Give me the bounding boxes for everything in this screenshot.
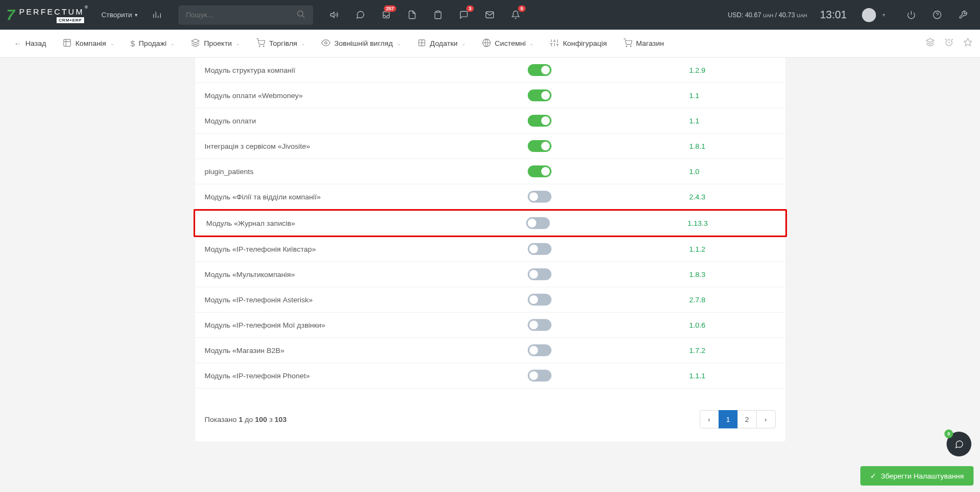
module-name: Модуль «IP-телефонія Мої дзвінки» [205, 321, 528, 329]
module-toggle[interactable] [528, 89, 551, 101]
currency-display: USD: 40.67 UAH / 40.73 UAH [728, 11, 807, 19]
module-toggle[interactable] [528, 294, 551, 306]
module-row: Модуль «Журнал записів»1.13.3 [194, 209, 787, 237]
module-name: Модуль «IP-телефонія Київстар» [205, 245, 528, 253]
module-row: Модуль «IP-телефонія Phonet»1.1.1 [195, 363, 785, 389]
star-action-icon[interactable] [963, 38, 972, 49]
search-input[interactable] [186, 11, 296, 19]
module-toggle[interactable] [526, 217, 550, 229]
logo-sub: CRM+ERP [57, 17, 84, 23]
chevron-down-icon: ⌄ [461, 40, 466, 46]
pagination: ‹ 1 2 › [700, 410, 776, 428]
results-info: Показано 1 до 100 з 103 [205, 415, 287, 424]
page-prev[interactable]: ‹ [700, 410, 719, 428]
layers-action-icon[interactable] [926, 38, 935, 49]
module-version: 1.13.3 [688, 219, 774, 227]
main-content: Модуль структура компанії1.2.9Модуль опл… [0, 58, 980, 492]
module-row: Модуль «IP-телефонія Київстар»1.1.2 [195, 237, 785, 262]
module-name: Модуль структура компанії [205, 66, 528, 74]
module-version: 1.8.1 [689, 142, 776, 150]
module-version: 2.4.3 [689, 193, 776, 201]
user-chevron-icon[interactable]: ▾ [882, 12, 885, 18]
module-name: Модуль «Філії та відділи компанії» [205, 193, 528, 201]
module-row: plugin_patients1.0 [195, 159, 785, 184]
module-row: Модуль оплати1.1 [195, 108, 785, 134]
page-1[interactable]: 1 [719, 410, 738, 428]
subnav-globe[interactable]: Системні⌄ [475, 30, 540, 57]
shop-icon [623, 38, 632, 49]
module-name: Модуль оплати [205, 117, 528, 125]
comment-icon[interactable] [350, 4, 371, 26]
subnav-layers[interactable]: Проекти⌄ [184, 30, 246, 57]
subnav-dollar[interactable]: $Продажі⌄ [124, 30, 181, 57]
back-button[interactable]: ← Назад [8, 30, 53, 57]
clock-action-icon[interactable] [944, 38, 954, 49]
svg-point-12 [630, 46, 631, 46]
bell-badge: 5 [518, 5, 526, 12]
module-row: Інтеграція з сервісом «Jivosite»1.8.1 [195, 134, 785, 159]
clipboard-icon[interactable] [427, 4, 449, 26]
module-row: Модуль «Філії та відділи компанії»2.4.3 [195, 184, 785, 210]
module-version: 1.2.9 [689, 66, 776, 74]
create-dropdown[interactable]: Створити ▾ [97, 11, 142, 19]
dollar-icon: $ [130, 39, 135, 48]
subnav-eye[interactable]: Зовнішній вигляд⌄ [315, 30, 407, 57]
module-name: plugin_patients [205, 168, 528, 176]
module-version: 2.7.8 [689, 296, 776, 304]
module-toggle[interactable] [528, 165, 551, 177]
subnav-shop[interactable]: Магазин [617, 30, 671, 57]
subnav-sliders[interactable]: Конфігурація [543, 30, 613, 57]
inbox-icon[interactable]: 257 [376, 4, 397, 26]
mail-icon[interactable] [479, 4, 501, 26]
module-toggle[interactable] [528, 344, 551, 356]
page-2[interactable]: 2 [737, 410, 757, 428]
module-version: 1.1 [689, 92, 776, 100]
subnav-cart[interactable]: Торгівля⌄ [250, 30, 312, 57]
user-avatar[interactable] [862, 8, 876, 22]
support-chat-badge: 0 [944, 429, 953, 438]
sound-icon[interactable] [324, 4, 346, 26]
module-toggle[interactable] [528, 268, 551, 280]
module-toggle[interactable] [528, 191, 551, 203]
globe-icon [482, 38, 491, 49]
logo[interactable]: 7 PERFECTUM® CRM+ERP [6, 6, 84, 24]
company-icon [63, 38, 72, 49]
subnav-company[interactable]: Компанія⌄ [56, 30, 121, 57]
module-toggle[interactable] [528, 140, 551, 152]
inbox-badge: 257 [384, 5, 396, 12]
check-icon: ✓ [870, 472, 877, 480]
module-toggle[interactable] [528, 243, 551, 255]
svg-point-4 [933, 11, 941, 18]
search-box[interactable] [178, 5, 313, 25]
help-icon[interactable] [926, 4, 948, 26]
subnav-puzzle[interactable]: Додатки⌄ [411, 30, 472, 57]
arrow-left-icon: ← [14, 39, 22, 48]
logo-icon: 7 [6, 6, 15, 24]
module-toggle[interactable] [528, 64, 551, 76]
svg-rect-3 [486, 12, 494, 18]
page-next[interactable]: › [756, 410, 776, 428]
module-toggle[interactable] [528, 115, 551, 127]
bell-icon[interactable]: 5 [505, 4, 527, 26]
module-name: Інтеграція з сервісом «Jivosite» [205, 142, 528, 150]
save-settings-button[interactable]: ✓ Зберегти Налаштування [860, 466, 974, 486]
sub-nav: ← Назад Компанія⌄$Продажі⌄Проекти⌄Торгів… [0, 30, 980, 58]
module-row: Модуль структура компанії1.2.9 [195, 58, 785, 83]
module-toggle[interactable] [528, 319, 551, 331]
sliders-icon [550, 38, 559, 49]
power-icon[interactable] [900, 4, 922, 26]
document-icon[interactable] [402, 4, 423, 26]
module-version: 1.8.3 [689, 271, 776, 279]
support-chat-button[interactable]: 0 [947, 432, 971, 456]
chat-icon[interactable]: 3 [453, 4, 475, 26]
wrench-icon[interactable] [952, 4, 974, 26]
module-row: Модуль «IP-телефонія Мої дзвінки»1.0.6 [195, 313, 785, 338]
module-row: Модуль «Мультикомпанія»1.8.3 [195, 262, 785, 287]
stats-icon[interactable] [146, 4, 168, 26]
chevron-down-icon: ⌄ [529, 40, 534, 46]
chevron-down-icon: ⌄ [397, 40, 401, 46]
module-toggle[interactable] [528, 370, 551, 382]
svg-rect-1 [383, 12, 389, 18]
top-header: 7 PERFECTUM® CRM+ERP Створити ▾ 257 3 [0, 0, 980, 30]
svg-point-7 [264, 46, 264, 46]
